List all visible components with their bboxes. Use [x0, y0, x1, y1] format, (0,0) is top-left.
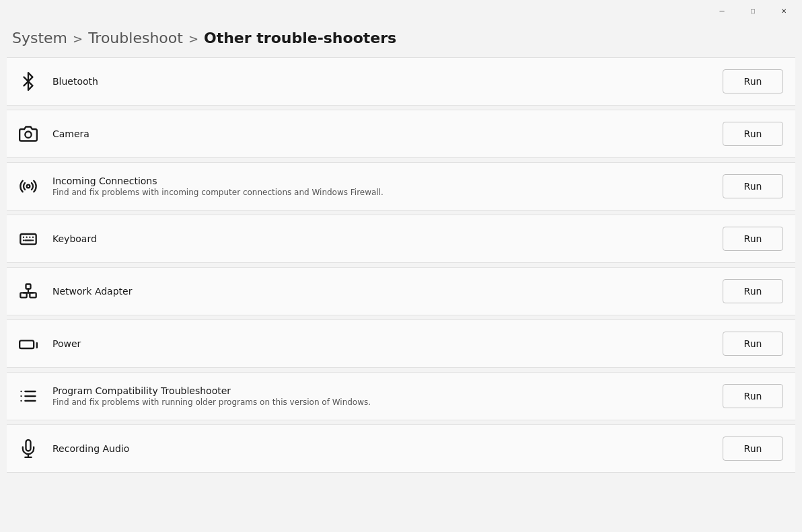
- bluetooth-icon: [19, 72, 52, 91]
- list-item-incoming-connections: Incoming Connections Find and fix proble…: [7, 162, 795, 211]
- item-title-network-adapter: Network Adapter: [52, 286, 723, 297]
- svg-rect-9: [20, 340, 34, 348]
- item-title-camera: Camera: [52, 128, 723, 139]
- power-icon: [19, 334, 52, 353]
- item-title-incoming-connections: Incoming Connections: [52, 176, 723, 186]
- item-title-keyboard: Keyboard: [52, 233, 723, 244]
- list-item-program-compatibility: Program Compatibility Troubleshooter Fin…: [7, 372, 795, 420]
- list-item-keyboard: Keyboard Run: [7, 215, 795, 263]
- minimize-button[interactable]: ─: [706, 0, 737, 22]
- page-title: Other trouble-shooters: [204, 30, 396, 46]
- keyboard-icon: [19, 229, 52, 248]
- item-text-camera: Camera: [52, 128, 723, 139]
- breadcrumb: System > Troubleshoot > Other trouble-sh…: [0, 22, 802, 57]
- title-bar: ─ □ ✕: [0, 0, 802, 22]
- list-item-network-adapter: Network Adapter Run: [7, 267, 795, 315]
- item-text-recording-audio: Recording Audio: [52, 443, 723, 454]
- run-button-network-adapter[interactable]: Run: [723, 279, 783, 303]
- item-text-bluetooth: Bluetooth: [52, 76, 723, 87]
- run-button-keyboard[interactable]: Run: [723, 227, 783, 251]
- item-title-program-compatibility: Program Compatibility Troubleshooter: [52, 385, 723, 396]
- svg-point-0: [25, 132, 31, 138]
- breadcrumb-troubleshoot[interactable]: Troubleshoot: [88, 30, 183, 46]
- item-text-power: Power: [52, 338, 723, 349]
- maximize-button[interactable]: □: [737, 0, 768, 22]
- run-button-power[interactable]: Run: [723, 332, 783, 356]
- run-button-incoming-connections[interactable]: Run: [723, 174, 783, 198]
- breadcrumb-sep-1: >: [73, 32, 83, 46]
- svg-point-1: [27, 185, 30, 188]
- list-item-bluetooth: Bluetooth Run: [7, 57, 795, 106]
- breadcrumb-system[interactable]: System: [12, 30, 67, 46]
- camera-icon: [19, 124, 52, 143]
- run-button-program-compatibility[interactable]: Run: [723, 384, 783, 408]
- item-text-program-compatibility: Program Compatibility Troubleshooter Fin…: [52, 385, 723, 407]
- run-button-recording-audio[interactable]: Run: [723, 436, 783, 461]
- list-item-power: Power Run: [7, 319, 795, 368]
- audio-icon: [19, 439, 52, 458]
- list-item-recording-audio: Recording Audio Run: [7, 424, 795, 473]
- item-title-power: Power: [52, 338, 723, 349]
- troubleshooter-list: Bluetooth Run Camera Run Incoming Connec…: [0, 57, 802, 530]
- item-text-keyboard: Keyboard: [52, 233, 723, 244]
- item-desc-incoming-connections: Find and fix problems with incoming comp…: [52, 188, 723, 197]
- program-icon: [19, 387, 52, 406]
- breadcrumb-sep-2: >: [188, 32, 198, 46]
- item-text-incoming-connections: Incoming Connections Find and fix proble…: [52, 176, 723, 197]
- incoming-icon: [19, 177, 52, 196]
- close-button[interactable]: ✕: [768, 0, 799, 22]
- run-button-bluetooth[interactable]: Run: [723, 69, 783, 93]
- list-item-camera: Camera Run: [7, 110, 795, 158]
- item-title-recording-audio: Recording Audio: [52, 443, 723, 454]
- item-text-network-adapter: Network Adapter: [52, 286, 723, 297]
- item-title-bluetooth: Bluetooth: [52, 76, 723, 87]
- item-desc-program-compatibility: Find and fix problems with running older…: [52, 397, 723, 407]
- run-button-camera[interactable]: Run: [723, 122, 783, 146]
- svg-rect-2: [20, 234, 36, 244]
- network-icon: [19, 282, 52, 301]
